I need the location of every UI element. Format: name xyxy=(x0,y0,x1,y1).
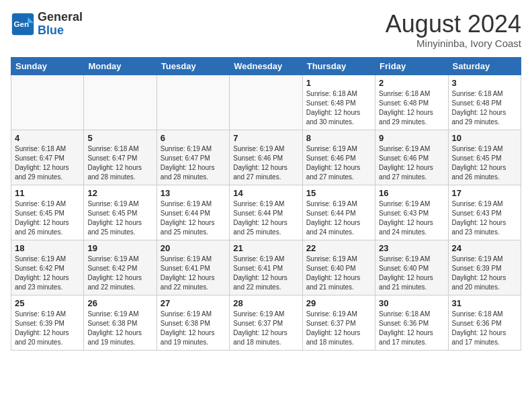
calendar-cell: 9Sunrise: 6:19 AM Sunset: 6:46 PM Daylig… xyxy=(375,130,448,185)
day-info: Sunrise: 6:19 AM Sunset: 6:44 PM Dayligh… xyxy=(233,199,298,237)
location: Minyininba, Ivory Coast xyxy=(386,38,521,49)
day-number: 28 xyxy=(233,298,298,308)
day-info: Sunrise: 6:19 AM Sunset: 6:39 PM Dayligh… xyxy=(15,310,80,347)
calendar-cell: 29Sunrise: 6:19 AM Sunset: 6:37 PM Dayli… xyxy=(302,295,375,350)
day-number: 16 xyxy=(379,188,444,198)
calendar-cell: 26Sunrise: 6:19 AM Sunset: 6:38 PM Dayli… xyxy=(84,295,157,350)
logo: Gen General Blue xyxy=(11,11,83,38)
calendar-cell xyxy=(157,75,229,130)
day-info: Sunrise: 6:19 AM Sunset: 6:46 PM Dayligh… xyxy=(306,144,371,182)
calendar-cell: 28Sunrise: 6:19 AM Sunset: 6:37 PM Dayli… xyxy=(230,295,302,350)
calendar-cell: 1Sunrise: 6:18 AM Sunset: 6:48 PM Daylig… xyxy=(302,75,375,130)
day-number: 13 xyxy=(161,188,226,198)
calendar-cell xyxy=(11,75,84,130)
calendar-cell: 12Sunrise: 6:19 AM Sunset: 6:45 PM Dayli… xyxy=(84,185,157,240)
day-info: Sunrise: 6:18 AM Sunset: 6:48 PM Dayligh… xyxy=(452,89,517,127)
day-info: Sunrise: 6:19 AM Sunset: 6:37 PM Dayligh… xyxy=(306,310,371,347)
calendar-cell: 16Sunrise: 6:19 AM Sunset: 6:43 PM Dayli… xyxy=(375,185,448,240)
day-number: 15 xyxy=(306,188,371,198)
day-info: Sunrise: 6:19 AM Sunset: 6:44 PM Dayligh… xyxy=(161,199,226,237)
day-info: Sunrise: 6:18 AM Sunset: 6:48 PM Dayligh… xyxy=(379,89,444,127)
calendar-header-saturday: Saturday xyxy=(448,57,521,75)
calendar-cell: 30Sunrise: 6:18 AM Sunset: 6:36 PM Dayli… xyxy=(375,295,448,350)
day-info: Sunrise: 6:19 AM Sunset: 6:43 PM Dayligh… xyxy=(379,199,444,237)
calendar-header-tuesday: Tuesday xyxy=(157,57,229,75)
calendar-cell: 25Sunrise: 6:19 AM Sunset: 6:39 PM Dayli… xyxy=(11,295,84,350)
day-number: 7 xyxy=(233,133,298,143)
day-number: 27 xyxy=(161,298,226,308)
calendar-cell: 23Sunrise: 6:19 AM Sunset: 6:40 PM Dayli… xyxy=(375,240,448,295)
day-info: Sunrise: 6:18 AM Sunset: 6:47 PM Dayligh… xyxy=(87,144,152,182)
day-info: Sunrise: 6:19 AM Sunset: 6:45 PM Dayligh… xyxy=(452,144,517,182)
day-info: Sunrise: 6:19 AM Sunset: 6:43 PM Dayligh… xyxy=(452,199,517,237)
day-number: 3 xyxy=(452,78,517,88)
day-number: 12 xyxy=(87,188,152,198)
day-number: 30 xyxy=(379,298,444,308)
logo-text: General Blue xyxy=(38,11,83,38)
calendar-cell: 17Sunrise: 6:19 AM Sunset: 6:43 PM Dayli… xyxy=(448,185,521,240)
calendar-cell: 22Sunrise: 6:19 AM Sunset: 6:40 PM Dayli… xyxy=(302,240,375,295)
calendar-header-monday: Monday xyxy=(84,57,157,75)
day-info: Sunrise: 6:19 AM Sunset: 6:45 PM Dayligh… xyxy=(87,199,152,237)
calendar-header-friday: Friday xyxy=(375,57,448,75)
calendar-week-row: 1Sunrise: 6:18 AM Sunset: 6:48 PM Daylig… xyxy=(11,75,521,130)
day-number: 25 xyxy=(15,298,80,308)
day-info: Sunrise: 6:19 AM Sunset: 6:39 PM Dayligh… xyxy=(452,255,517,292)
day-info: Sunrise: 6:19 AM Sunset: 6:40 PM Dayligh… xyxy=(306,255,371,292)
day-number: 24 xyxy=(452,243,517,253)
month-year: August 2024 xyxy=(386,11,521,38)
day-info: Sunrise: 6:18 AM Sunset: 6:48 PM Dayligh… xyxy=(306,89,371,127)
calendar-cell: 20Sunrise: 6:19 AM Sunset: 6:41 PM Dayli… xyxy=(157,240,229,295)
calendar-cell: 8Sunrise: 6:19 AM Sunset: 6:46 PM Daylig… xyxy=(302,130,375,185)
svg-text:Gen: Gen xyxy=(14,19,30,28)
calendar-cell: 24Sunrise: 6:19 AM Sunset: 6:39 PM Dayli… xyxy=(448,240,521,295)
day-number: 23 xyxy=(379,243,444,253)
day-number: 21 xyxy=(233,243,298,253)
day-info: Sunrise: 6:19 AM Sunset: 6:46 PM Dayligh… xyxy=(233,144,298,182)
calendar-week-row: 18Sunrise: 6:19 AM Sunset: 6:42 PM Dayli… xyxy=(11,240,521,295)
day-info: Sunrise: 6:19 AM Sunset: 6:41 PM Dayligh… xyxy=(233,255,298,292)
day-number: 29 xyxy=(306,298,371,308)
day-number: 2 xyxy=(379,78,444,88)
page-header: Gen General Blue August 2024 Minyininba,… xyxy=(11,11,521,49)
day-info: Sunrise: 6:19 AM Sunset: 6:42 PM Dayligh… xyxy=(15,255,80,292)
calendar-cell: 4Sunrise: 6:18 AM Sunset: 6:47 PM Daylig… xyxy=(11,130,84,185)
logo-icon: Gen xyxy=(11,12,35,36)
day-number: 17 xyxy=(452,188,517,198)
calendar-cell xyxy=(84,75,157,130)
day-info: Sunrise: 6:19 AM Sunset: 6:38 PM Dayligh… xyxy=(161,310,226,347)
calendar-cell: 6Sunrise: 6:19 AM Sunset: 6:47 PM Daylig… xyxy=(157,130,229,185)
day-number: 22 xyxy=(306,243,371,253)
calendar-cell xyxy=(230,75,302,130)
day-info: Sunrise: 6:19 AM Sunset: 6:44 PM Dayligh… xyxy=(306,199,371,237)
day-number: 6 xyxy=(161,133,226,143)
day-info: Sunrise: 6:18 AM Sunset: 6:36 PM Dayligh… xyxy=(452,310,517,347)
day-number: 4 xyxy=(15,133,80,143)
calendar-week-row: 4Sunrise: 6:18 AM Sunset: 6:47 PM Daylig… xyxy=(11,130,521,185)
day-info: Sunrise: 6:19 AM Sunset: 6:37 PM Dayligh… xyxy=(233,310,298,347)
day-number: 26 xyxy=(87,298,152,308)
day-info: Sunrise: 6:19 AM Sunset: 6:38 PM Dayligh… xyxy=(87,310,152,347)
calendar-cell: 18Sunrise: 6:19 AM Sunset: 6:42 PM Dayli… xyxy=(11,240,84,295)
calendar-cell: 15Sunrise: 6:19 AM Sunset: 6:44 PM Dayli… xyxy=(302,185,375,240)
calendar-cell: 3Sunrise: 6:18 AM Sunset: 6:48 PM Daylig… xyxy=(448,75,521,130)
calendar-cell: 2Sunrise: 6:18 AM Sunset: 6:48 PM Daylig… xyxy=(375,75,448,130)
day-number: 18 xyxy=(15,243,80,253)
day-number: 14 xyxy=(233,188,298,198)
day-info: Sunrise: 6:19 AM Sunset: 6:46 PM Dayligh… xyxy=(379,144,444,182)
calendar-week-row: 25Sunrise: 6:19 AM Sunset: 6:39 PM Dayli… xyxy=(11,295,521,350)
day-number: 1 xyxy=(306,78,371,88)
calendar-cell: 14Sunrise: 6:19 AM Sunset: 6:44 PM Dayli… xyxy=(230,185,302,240)
calendar-cell: 7Sunrise: 6:19 AM Sunset: 6:46 PM Daylig… xyxy=(230,130,302,185)
day-number: 20 xyxy=(161,243,226,253)
calendar-cell: 21Sunrise: 6:19 AM Sunset: 6:41 PM Dayli… xyxy=(230,240,302,295)
calendar-cell: 10Sunrise: 6:19 AM Sunset: 6:45 PM Dayli… xyxy=(448,130,521,185)
calendar-cell: 31Sunrise: 6:18 AM Sunset: 6:36 PM Dayli… xyxy=(448,295,521,350)
calendar-header-wednesday: Wednesday xyxy=(230,57,302,75)
calendar-week-row: 11Sunrise: 6:19 AM Sunset: 6:45 PM Dayli… xyxy=(11,185,521,240)
day-number: 10 xyxy=(452,133,517,143)
day-info: Sunrise: 6:19 AM Sunset: 6:45 PM Dayligh… xyxy=(15,199,80,237)
title-block: August 2024 Minyininba, Ivory Coast xyxy=(386,11,521,49)
calendar-cell: 5Sunrise: 6:18 AM Sunset: 6:47 PM Daylig… xyxy=(84,130,157,185)
day-info: Sunrise: 6:18 AM Sunset: 6:36 PM Dayligh… xyxy=(379,310,444,347)
